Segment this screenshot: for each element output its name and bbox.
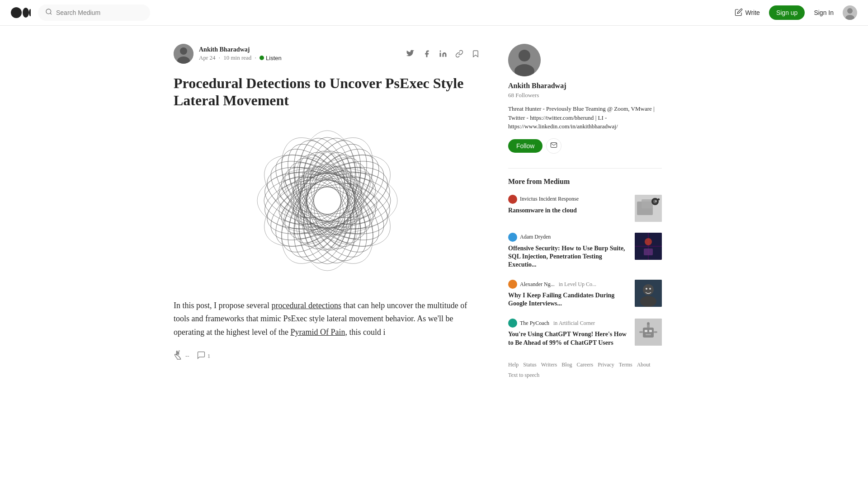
- story-image-3: [635, 319, 662, 346]
- article-body: In this post, I propose several procedur…: [174, 299, 481, 339]
- svg-point-24: [280, 132, 375, 269]
- social-icons: [405, 48, 481, 59]
- more-title: More from Medium: [508, 178, 662, 186]
- search-bar[interactable]: [38, 5, 150, 21]
- svg-rect-77: [644, 249, 653, 255]
- header: Write Sign up Sign In: [0, 0, 868, 26]
- signin-button[interactable]: Sign In: [814, 9, 834, 16]
- follow-button[interactable]: Follow: [508, 139, 542, 153]
- svg-point-0: [11, 7, 22, 18]
- sidebar-footer: Help Status Writers Blog Careers Privacy…: [508, 361, 662, 379]
- story-title-2[interactable]: Why I Keep Failing Candidates During Goo…: [508, 291, 629, 308]
- story-author-row-1: Adam Dryden: [508, 233, 629, 242]
- comment-count: 1: [208, 352, 211, 360]
- clap-area[interactable]: --: [174, 350, 189, 362]
- listen-label: Listen: [266, 55, 282, 61]
- svg-point-59: [250, 136, 405, 265]
- medium-logo[interactable]: [11, 6, 31, 19]
- svg-point-1: [23, 8, 29, 18]
- story-pub-2: in Level Up Co...: [557, 281, 596, 288]
- pyramid-of-pain-link[interactable]: Pyramid Of Pain: [290, 328, 345, 337]
- author-row: Ankith Bharadwaj Apr 24 · 10 min read · …: [174, 44, 481, 64]
- clap-count: --: [185, 352, 189, 360]
- signup-button[interactable]: Sign up: [769, 5, 805, 20]
- article-meta: Apr 24 · 10 min read · Listen: [199, 54, 282, 61]
- footer-about[interactable]: About: [637, 361, 651, 368]
- procedural-detections-link[interactable]: procedural detections: [271, 301, 341, 310]
- search-input[interactable]: [56, 9, 143, 16]
- story-card-3[interactable]: The PyCoach in Artificial Corner You're …: [508, 319, 662, 347]
- user-avatar[interactable]: [843, 5, 857, 20]
- story-card-content-3: The PyCoach in Artificial Corner You're …: [508, 319, 629, 347]
- svg-point-15: [259, 154, 396, 248]
- more-from-medium: More from Medium Invictus Incident Respo…: [508, 168, 662, 347]
- story-author-row-3: The PyCoach in Artificial Corner: [508, 319, 629, 328]
- author-name[interactable]: Ankith Bharadwaj: [199, 46, 282, 53]
- svg-point-20: [280, 132, 375, 269]
- story-avatar-1: [508, 233, 517, 242]
- story-card-0[interactable]: Invictus Incident Response Ransomware in…: [508, 195, 662, 222]
- svg-point-76: [645, 238, 652, 245]
- svg-point-16: [259, 145, 396, 256]
- author-avatar[interactable]: [174, 44, 193, 64]
- action-bar: -- 1: [174, 347, 481, 366]
- svg-rect-84: [643, 328, 654, 338]
- story-image-1: [635, 233, 662, 260]
- story-author-row-0: Invictus Incident Response: [508, 195, 629, 204]
- article-image: [174, 124, 481, 277]
- link-copy-icon[interactable]: [454, 48, 465, 59]
- write-button[interactable]: Write: [735, 8, 760, 18]
- sidebar-author-name[interactable]: Ankith Bharadwaj: [508, 82, 566, 90]
- search-icon: [45, 8, 52, 17]
- clap-icon[interactable]: [174, 350, 184, 362]
- linkedin-link[interactable]: https://www.linkedin.com/in/ankithbharad…: [508, 123, 618, 130]
- header-right: Write Sign up Sign In: [735, 5, 858, 20]
- svg-rect-86: [649, 330, 652, 332]
- story-title-1[interactable]: Offensive Security: How to Use Burp Suit…: [508, 244, 629, 269]
- listen-dot: [259, 56, 264, 60]
- twitter-link[interactable]: https://twitter.com/bherund: [530, 114, 594, 121]
- author-meta: Ankith Bharadwaj Apr 24 · 10 min read · …: [199, 46, 282, 61]
- sidebar-actions: Follow: [508, 138, 561, 154]
- linkedin-share-icon[interactable]: [438, 48, 448, 59]
- story-avatar-2: [508, 280, 517, 289]
- story-title-0[interactable]: Ransomware in the cloud: [508, 206, 629, 215]
- svg-point-13: [264, 174, 391, 228]
- svg-point-62: [263, 124, 392, 277]
- svg-rect-85: [645, 330, 647, 332]
- subscribe-button[interactable]: [546, 138, 561, 154]
- article-date: Apr 24: [199, 54, 215, 61]
- twitter-share-icon[interactable]: [405, 48, 416, 59]
- footer-blog[interactable]: Blog: [561, 361, 572, 368]
- footer-terms[interactable]: Terms: [619, 361, 632, 368]
- sidebar-bio: Threat Hunter - Previously Blue Teaming …: [508, 104, 662, 131]
- footer-writers[interactable]: Writers: [541, 361, 557, 368]
- svg-point-32: [274, 168, 381, 233]
- story-card-2[interactable]: Alexander Ng... in Level Up Co... Why I …: [508, 280, 662, 308]
- svg-rect-69: [642, 199, 653, 208]
- sidebar: Ankith Bharadwaj 68 Followers Threat Hun…: [508, 44, 662, 379]
- footer-privacy[interactable]: Privacy: [598, 361, 614, 368]
- footer-status[interactable]: Status: [523, 361, 536, 368]
- footer-text-to-speech[interactable]: Text to speech: [508, 372, 539, 379]
- story-card-content-0: Invictus Incident Response Ransomware in…: [508, 195, 629, 215]
- svg-point-19: [272, 132, 382, 269]
- body-cont2: , this could i: [345, 328, 385, 337]
- story-avatar-0: [508, 195, 517, 204]
- svg-point-44: [278, 151, 377, 250]
- listen-button[interactable]: Listen: [259, 55, 282, 61]
- footer-help[interactable]: Help: [508, 361, 519, 368]
- story-title-3[interactable]: You're Using ChatGPT Wrong! Here's How t…: [508, 330, 629, 347]
- comment-icon[interactable]: [197, 351, 206, 361]
- sidebar-author-avatar[interactable]: [508, 44, 541, 76]
- facebook-share-icon[interactable]: [421, 48, 432, 59]
- story-card-content-1: Adam Dryden Offensive Security: How to U…: [508, 233, 629, 269]
- svg-rect-87: [646, 334, 651, 335]
- story-card-1[interactable]: Adam Dryden Offensive Security: How to U…: [508, 233, 662, 269]
- svg-point-35: [278, 151, 377, 250]
- svg-point-82: [649, 288, 651, 290]
- save-icon[interactable]: [470, 48, 481, 59]
- comment-area[interactable]: 1: [197, 351, 211, 361]
- footer-careers[interactable]: Careers: [577, 361, 594, 368]
- story-author-3: The PyCoach: [520, 320, 549, 327]
